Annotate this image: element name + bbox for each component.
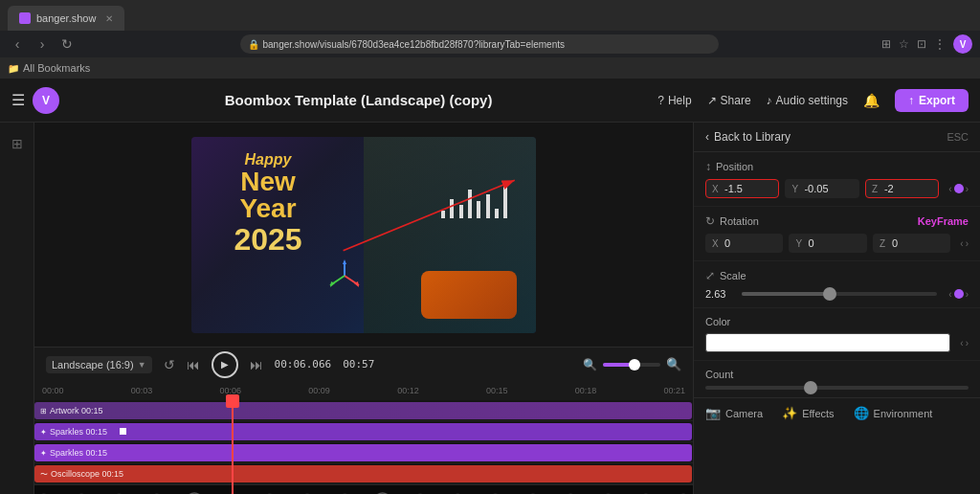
forward-btn[interactable]: › <box>33 36 52 52</box>
arrow-left-icon[interactable]: ‹ <box>948 184 951 194</box>
chart-bar <box>450 199 454 218</box>
rotation-z-value: 0 <box>892 237 898 249</box>
address-bar[interactable]: 🔒 banger.show/visuals/6780d3ea4ce12b8fbd… <box>240 34 719 54</box>
playhead-handle[interactable] <box>226 394 239 408</box>
color-arrows: ‹ › <box>960 338 969 348</box>
active-tab[interactable]: banger.show ✕ <box>8 6 124 31</box>
oscilloscope-clip[interactable]: 〜 Oscilloscope 00:15 <box>34 465 692 483</box>
zoom-slider[interactable] <box>603 363 660 367</box>
oscilloscope-icon: 〜 <box>40 469 48 480</box>
logo[interactable]: V <box>33 87 59 114</box>
skip-back-btn[interactable]: ⏮ <box>187 357 200 372</box>
position-z-value: -2 <box>884 183 894 194</box>
export-icon: ↑ <box>908 94 914 107</box>
new-year-text: New Year <box>211 168 325 222</box>
ruler-mark: 00:00 <box>42 386 64 395</box>
scale-slider[interactable] <box>742 292 937 296</box>
browser-toolbar: ‹ › ↻ 🔒 banger.show/visuals/6780d3ea4ce1… <box>0 31 980 57</box>
profile-menu-icon[interactable]: ⋮ <box>934 37 946 51</box>
zoom-thumb[interactable] <box>629 359 640 370</box>
rot-arrow-right-icon[interactable]: › <box>966 238 969 249</box>
header-left: ☰ V <box>11 87 59 114</box>
skip-forward-btn[interactable]: ⏭ <box>250 357 263 372</box>
rotate-button[interactable]: ↺ <box>164 357 175 372</box>
share-button[interactable]: ↗ Share <box>707 94 751 107</box>
tab-close-btn[interactable]: ✕ <box>105 13 113 24</box>
scale-thumb[interactable] <box>823 287 836 301</box>
chart-bar <box>503 185 507 218</box>
position-z-field[interactable]: Z -2 <box>865 179 939 198</box>
bookmarks-bar: 📁 All Bookmarks <box>0 57 980 79</box>
scale-arrow-right-icon[interactable]: › <box>966 289 969 300</box>
color-row: ‹ › <box>705 333 969 352</box>
user-avatar[interactable]: V <box>953 34 972 54</box>
color-section: Color ‹ › <box>694 308 980 361</box>
count-thumb[interactable] <box>804 381 817 394</box>
count-label: Count <box>705 369 969 380</box>
track-row: ⊞ Artwork 00:15 <box>34 400 693 421</box>
help-button[interactable]: ? Help <box>657 94 691 107</box>
tab-favicon <box>19 12 31 24</box>
rotation-section-header: ↻ Rotation KeyFrame <box>705 214 969 228</box>
color-swatch[interactable] <box>705 333 950 352</box>
scale-keyframe-dot[interactable] <box>954 289 964 299</box>
esc-label: ESC <box>947 131 969 143</box>
position-y-field[interactable]: Y -0.05 <box>785 179 858 198</box>
back-btn[interactable]: ‹ <box>8 36 27 52</box>
help-icon: ? <box>657 94 664 107</box>
right-panel: ‹ Back to Library ESC ↕ Position X -1.5 <box>693 123 980 494</box>
scale-arrow-left-icon[interactable]: ‹ <box>948 289 951 300</box>
star-icon[interactable]: ☆ <box>899 37 909 51</box>
playhead[interactable] <box>232 400 234 494</box>
camera-label: Camera <box>725 408 763 419</box>
position-x-field[interactable]: X -1.5 <box>705 179 779 198</box>
position-icon: ↕ <box>705 160 711 173</box>
effects-tab[interactable]: ✨ Effects <box>782 406 834 420</box>
zoom-in-icon[interactable]: 🔍 <box>666 357 681 371</box>
position-xyz-row: X -1.5 Y -0.05 Z -2 ‹ <box>705 179 969 198</box>
color-arrow-right-icon[interactable]: › <box>966 338 969 348</box>
resolution-label: Landscape (16:9) <box>52 359 134 370</box>
scale-section: ⤢ Scale 2.63 ‹ › <box>694 261 980 308</box>
screenshot-icon[interactable]: ⊡ <box>917 37 926 51</box>
rot-arrow-left-icon[interactable]: ‹ <box>960 238 963 249</box>
arrow-right-icon[interactable]: › <box>966 184 969 194</box>
waveform-visual <box>34 485 693 494</box>
browser-actions: ⊞ ☆ ⊡ ⋮ V <box>881 34 972 54</box>
rotation-z-field[interactable]: Z 0 <box>873 234 950 253</box>
camera-tab[interactable]: 📷 Camera <box>705 406 763 420</box>
rz-label: Z <box>880 238 889 249</box>
artwork-icon: ⊞ <box>40 407 47 415</box>
scale-icon: ⤢ <box>705 269 715 282</box>
keyframe-dot[interactable] <box>954 184 964 193</box>
year-number: 2025 <box>211 222 325 258</box>
sparkles-clip-2[interactable]: ✦ Sparkles 00:15 <box>34 444 692 461</box>
audio-settings-button[interactable]: ♪ Audio settings <box>767 94 848 107</box>
chart-bar <box>495 209 499 218</box>
resolution-select[interactable]: Landscape (16:9) ▼ <box>46 356 152 373</box>
sidebar-grid-icon[interactable]: ⊞ <box>4 130 31 157</box>
notification-icon[interactable]: 🔔 <box>863 93 880 108</box>
export-button[interactable]: ↑ Export <box>895 89 969 112</box>
rotation-arrows: ‹ › <box>960 238 969 249</box>
zoom-out-icon[interactable]: 🔍 <box>583 358 597 371</box>
count-slider[interactable] <box>705 386 969 390</box>
extensions-icon[interactable]: ⊞ <box>881 37 891 51</box>
rotation-y-field[interactable]: Y 0 <box>789 234 866 253</box>
rotation-x-field[interactable]: X 0 <box>705 234 783 253</box>
current-time: 00:06.066 <box>275 358 332 370</box>
scale-arrows: ‹ › <box>948 289 969 300</box>
back-to-library-btn[interactable]: ‹ Back to Library <box>705 130 791 144</box>
hamburger-menu[interactable]: ☰ <box>11 91 25 109</box>
color-arrow-left-icon[interactable]: ‹ <box>960 338 963 348</box>
zoom-controls: 🔍 🔍 <box>583 357 681 371</box>
reload-btn[interactable]: ↻ <box>57 36 77 52</box>
play-button[interactable]: ▶ <box>212 351 238 378</box>
x-label: X <box>712 184 722 194</box>
environment-tab[interactable]: 🌐 Environment <box>854 406 933 420</box>
artwork-clip[interactable]: ⊞ Artwork 00:15 <box>34 402 692 419</box>
sparkles-clip-1[interactable]: ✦ Sparkles 00:15 <box>34 423 692 440</box>
document-title: Boombox Template (Landscape) (copy) <box>71 92 646 108</box>
chart-bar <box>468 190 472 218</box>
video-preview[interactable]: Happy New Year 2025 <box>191 137 536 333</box>
